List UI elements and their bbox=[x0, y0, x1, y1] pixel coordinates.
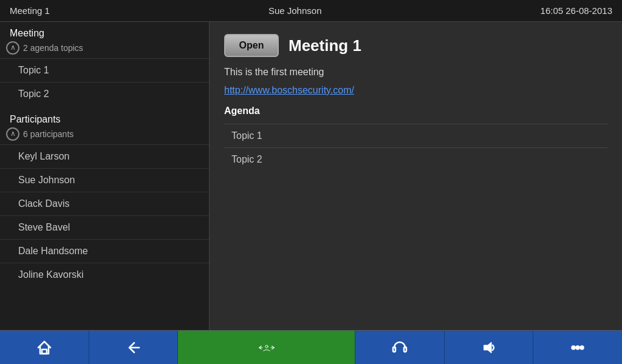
sidebar-participants-collapse[interactable]: 6 participants bbox=[0, 126, 209, 144]
sidebar-item-participant-2[interactable]: Clack Davis bbox=[0, 192, 209, 215]
more-icon bbox=[569, 339, 586, 356]
content-panel: Open Meeting 1 This is the first meeting… bbox=[210, 22, 622, 330]
footer bbox=[0, 330, 622, 364]
svg-point-9 bbox=[576, 346, 579, 349]
sidebar-item-participant-3[interactable]: Steve Bavel bbox=[0, 215, 209, 239]
volume-icon bbox=[480, 339, 497, 356]
sidebar-item-participant-4[interactable]: Dale Handsome bbox=[0, 239, 209, 263]
meeting-center-button[interactable] bbox=[178, 331, 355, 364]
meeting-icon bbox=[258, 339, 275, 356]
more-button[interactable] bbox=[533, 331, 622, 364]
sidebar-item-participant-1[interactable]: Sue Johnson bbox=[0, 168, 209, 192]
svg-point-8 bbox=[572, 346, 575, 349]
participants-count-label: 6 participants bbox=[23, 129, 73, 139]
header-datetime: 16:05 26-08-2013 bbox=[541, 5, 612, 16]
open-button[interactable]: Open bbox=[224, 34, 279, 57]
headset-button[interactable] bbox=[355, 331, 445, 364]
svg-rect-6 bbox=[404, 347, 406, 352]
sidebar-agenda-collapse[interactable]: 2 agenda topics bbox=[0, 40, 209, 58]
agenda-count-label: 2 agenda topics bbox=[23, 43, 83, 53]
sidebar-item-participant-0[interactable]: Keyl Larson bbox=[0, 144, 209, 168]
sidebar-meeting-header: Meeting bbox=[0, 22, 209, 40]
content-agenda-label: Agenda bbox=[224, 106, 607, 116]
collapse-agenda-icon[interactable] bbox=[6, 41, 19, 55]
home-icon bbox=[36, 339, 53, 356]
svg-point-10 bbox=[581, 346, 584, 349]
svg-marker-7 bbox=[484, 342, 491, 353]
home-button[interactable] bbox=[0, 331, 89, 364]
content-link[interactable]: http://www.boschsecurity.com/ bbox=[224, 85, 607, 96]
svg-rect-0 bbox=[42, 349, 47, 354]
content-description: This is the first meeting bbox=[224, 67, 607, 78]
main-area: Meeting 2 agenda topics Topic 1 Topic 2 … bbox=[0, 22, 622, 330]
sidebar-item-topic1[interactable]: Topic 1 bbox=[0, 58, 209, 82]
agenda-item-0: Topic 1 bbox=[224, 124, 607, 147]
collapse-participants-icon[interactable] bbox=[6, 127, 19, 141]
agenda-item-1: Topic 2 bbox=[224, 147, 607, 171]
sidebar-item-participant-5[interactable]: Joline Kavorski bbox=[0, 263, 209, 286]
sidebar: Meeting 2 agenda topics Topic 1 Topic 2 … bbox=[0, 22, 210, 330]
volume-button[interactable] bbox=[445, 331, 534, 364]
header: Meeting 1 Sue Johnson 16:05 26-08-2013 bbox=[0, 0, 622, 22]
content-title-row: Open Meeting 1 bbox=[224, 34, 607, 57]
sidebar-participants-header: Participants bbox=[0, 106, 209, 126]
svg-point-3 bbox=[265, 345, 268, 348]
header-user-name: Sue Johnson bbox=[268, 5, 322, 16]
svg-rect-5 bbox=[393, 347, 395, 352]
header-meeting-title: Meeting 1 bbox=[10, 5, 50, 16]
back-icon bbox=[125, 339, 142, 356]
content-title: Meeting 1 bbox=[289, 36, 361, 55]
sidebar-item-topic2[interactable]: Topic 2 bbox=[0, 82, 209, 106]
back-button[interactable] bbox=[89, 331, 179, 364]
headset-icon bbox=[391, 339, 408, 356]
